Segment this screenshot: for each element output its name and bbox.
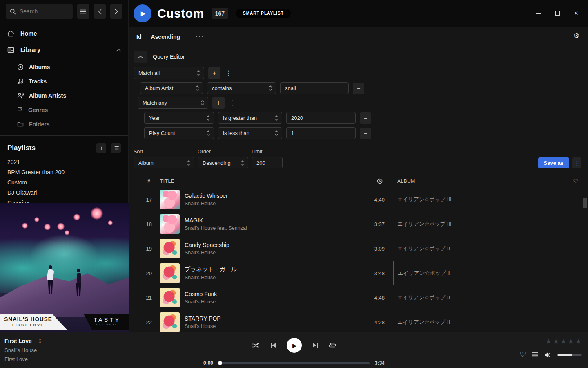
- sidebar-item-home[interactable]: Home: [6, 28, 122, 39]
- add-rule-button[interactable]: +: [208, 67, 220, 79]
- playlist-item[interactable]: DJ Okawari: [7, 188, 121, 198]
- shuffle-button[interactable]: [252, 343, 260, 348]
- rule-value-input[interactable]: [280, 82, 349, 94]
- column-header-title[interactable]: TITLE: [155, 178, 185, 184]
- table-row[interactable]: 17Galactic WhisperSnail’s House4:40エイリアン…: [129, 187, 588, 212]
- window-close-button[interactable]: ✕: [573, 10, 579, 17]
- track-title-cell: プラネット・ガールSnail’s House: [185, 266, 356, 280]
- nav-back-button[interactable]: [94, 4, 106, 19]
- table-row[interactable]: 21Cosmo FunkSnail’s House4:48エイリアン☆ポップ I…: [129, 285, 588, 310]
- track-artist: Snail’s House: [185, 201, 356, 206]
- track-album: エイリアン☆ポップ II: [397, 294, 450, 301]
- more-options-button[interactable]: ···: [196, 33, 205, 40]
- select-arrows-icon: [207, 115, 210, 121]
- query-limit-input[interactable]: [252, 157, 283, 168]
- sort-direction-control[interactable]: Ascending: [151, 34, 180, 40]
- track-album-cell[interactable]: エイリアン☆ポップ II: [393, 236, 563, 261]
- rule-operator-select[interactable]: contains: [207, 82, 276, 94]
- table-row[interactable]: 20プラネット・ガールSnail’s House3:48エイリアン☆ポップ II: [129, 261, 588, 285]
- rule-value-input[interactable]: [286, 112, 356, 124]
- chevron-left-icon: [98, 9, 102, 14]
- playlist-item[interactable]: Custom: [7, 177, 121, 188]
- column-header-album[interactable]: ALBUM: [393, 178, 563, 184]
- rating-stars[interactable]: ★★★★★: [546, 337, 583, 346]
- player-bar: First Love ⋮ Snail’s House First Love ▶: [0, 332, 588, 368]
- volume-button[interactable]: [544, 352, 551, 358]
- track-index: 18: [129, 221, 155, 227]
- query-menu-button[interactable]: ⋮: [572, 157, 581, 168]
- gear-icon[interactable]: ⚙: [573, 32, 579, 39]
- track-title: MAGIK: [185, 217, 356, 224]
- track-album-cell[interactable]: エイリアン☆ポップ II: [393, 310, 563, 332]
- remove-rule-button[interactable]: −: [360, 128, 371, 139]
- clock-icon[interactable]: [356, 178, 385, 184]
- rule-field-select[interactable]: Year: [144, 112, 214, 124]
- rule-field-select[interactable]: Play Count: [144, 127, 214, 139]
- now-playing-menu-button[interactable]: ⋮: [36, 338, 44, 344]
- table-row[interactable]: 22STARRY POPSnail’s House4:28エイリアン☆ポップ I…: [129, 310, 588, 332]
- track-album-cell[interactable]: エイリアン☆ポップ II: [393, 285, 563, 310]
- volume-slider[interactable]: [557, 354, 582, 356]
- collapse-query-editor-button[interactable]: [134, 51, 147, 63]
- sidebar-item-album-artists[interactable]: Album Artists: [0, 88, 128, 103]
- rule-operator-select[interactable]: is less than: [218, 127, 282, 139]
- search-input[interactable]: [6, 4, 73, 19]
- seek-bar[interactable]: [218, 362, 370, 364]
- track-title-cell: STARRY POPSnail’s House: [185, 315, 356, 329]
- playlist-item[interactable]: 2021: [7, 157, 121, 167]
- playback-controls: ▶: [252, 338, 336, 353]
- sidebar-item-genres[interactable]: Genres: [0, 103, 128, 117]
- menu-button[interactable]: [77, 4, 89, 19]
- previous-button[interactable]: [270, 343, 276, 348]
- table-row[interactable]: 18MAGIKSnail’s House feat. Sennzai3:37エイ…: [129, 212, 588, 236]
- sidebar-item-albums[interactable]: Albums: [0, 60, 128, 74]
- heart-icon[interactable]: ♡: [563, 178, 588, 184]
- group-menu-button[interactable]: ⋮: [225, 69, 233, 77]
- library-icon: [7, 47, 14, 53]
- table-row[interactable]: 19Candy SpaceshipSnail’s House3:09エイリアン☆…: [129, 236, 588, 261]
- next-button[interactable]: [312, 343, 318, 348]
- album-art-thumbnail: [160, 190, 180, 209]
- track-title-cell: MAGIKSnail’s House feat. Sennzai: [185, 217, 356, 231]
- sort-field-control[interactable]: Id: [136, 34, 141, 40]
- now-playing-artist: Snail’s House: [4, 347, 44, 353]
- track-album-cell[interactable]: エイリアン☆ポップ II: [393, 261, 563, 285]
- remove-rule-button[interactable]: −: [360, 112, 371, 124]
- add-rule-button[interactable]: +: [212, 97, 225, 109]
- playlist-item[interactable]: BPM Greater than 200: [7, 167, 121, 177]
- query-order-select[interactable]: Descending: [198, 157, 248, 168]
- window-minimize-button[interactable]: [535, 10, 542, 17]
- repeat-button[interactable]: [329, 343, 336, 348]
- group-menu-button[interactable]: ⋮: [229, 99, 237, 107]
- favorite-button[interactable]: ♡: [520, 351, 526, 358]
- sidebar-item-folders[interactable]: Folders: [0, 117, 128, 131]
- queue-button[interactable]: [532, 352, 538, 357]
- column-header-number[interactable]: #: [129, 178, 155, 184]
- remove-rule-button[interactable]: −: [353, 83, 364, 94]
- page-title: Custom: [157, 7, 204, 20]
- play-playlist-button[interactable]: ▶: [134, 4, 151, 22]
- now-playing-album: First Love: [4, 356, 44, 362]
- save-as-button[interactable]: Save as: [538, 157, 569, 168]
- query-sort-select[interactable]: Album: [134, 157, 194, 168]
- rule-value-input[interactable]: [286, 127, 356, 139]
- playlist-list-view-button[interactable]: [111, 143, 121, 153]
- add-playlist-button[interactable]: +: [96, 143, 106, 153]
- nav-forward-button[interactable]: [110, 4, 122, 19]
- sidebar-item-library[interactable]: Library: [6, 44, 122, 56]
- music-note-icon: [17, 78, 23, 84]
- chevron-up-icon: [138, 56, 143, 58]
- track-album-cell[interactable]: エイリアン☆ポップ III: [393, 187, 563, 212]
- rule-operator-select[interactable]: is greater than: [218, 112, 282, 124]
- track-album-cell[interactable]: エイリアン☆ポップ III: [393, 212, 563, 236]
- scrollbar-thumb[interactable]: [583, 198, 587, 208]
- lantern-shape: [34, 217, 39, 222]
- sidebar-item-tracks[interactable]: Tracks: [0, 74, 128, 88]
- rule-field-select[interactable]: Album Artist: [140, 82, 203, 94]
- play-pause-button[interactable]: ▶: [287, 338, 302, 353]
- match-type-select[interactable]: Match any: [138, 97, 208, 109]
- window-maximize-button[interactable]: [554, 10, 561, 17]
- match-type-select[interactable]: Match all: [134, 67, 204, 79]
- track-title: Galactic Whisper: [185, 193, 356, 199]
- table-header: # TITLE ALBUM ♡: [129, 175, 588, 187]
